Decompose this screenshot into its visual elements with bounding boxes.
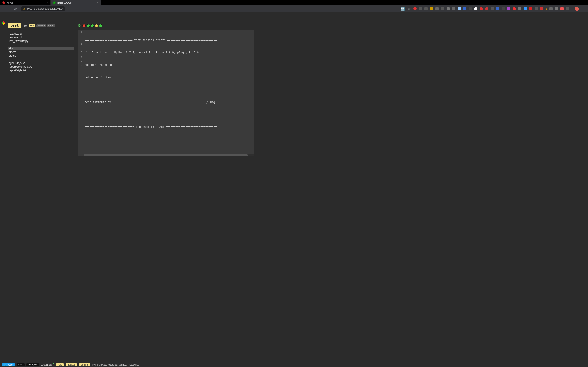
chrome-menu-icon[interactable]: ⋮ (581, 7, 585, 10)
close-icon[interactable]: × (47, 1, 48, 4)
code-line: ============================== 1 passed … (85, 125, 254, 129)
sponsor-accu[interactable]: accu (17, 363, 25, 366)
traffic-light-row: 5 (78, 23, 254, 28)
editor-gutter: 123456789 (78, 30, 84, 156)
traffic-light-green-icon[interactable] (86, 24, 90, 27)
file-item[interactable]: cyber-dojo.sh (8, 61, 74, 65)
file-list-source: fizzbuzz.py readme.txt test_fizzbuzz.py (8, 32, 74, 43)
file-new-button[interactable]: new (29, 24, 36, 27)
extension-icon[interactable] (513, 7, 516, 10)
extension-icon[interactable] (435, 7, 439, 10)
extension-icon[interactable] (535, 7, 538, 10)
extension-icon[interactable] (566, 7, 569, 10)
hotkeys-button[interactable]: hotkeys (66, 363, 77, 366)
extension-icon[interactable] (441, 7, 444, 10)
editor-hscrollbar[interactable] (84, 154, 254, 156)
file-list-output: stdout stderr status (8, 47, 74, 58)
star-icon[interactable]: ☆ (407, 7, 411, 11)
extension-icon[interactable] (485, 7, 488, 10)
code-line: collected 1 item (85, 75, 254, 80)
extension-icon[interactable] (540, 7, 544, 10)
extension-icon[interactable] (458, 7, 461, 10)
extension-icon[interactable] (518, 7, 521, 10)
tab-title: home (7, 1, 13, 4)
file-delete-button[interactable]: delete (47, 24, 56, 27)
browser-tabstrip: home × kata: LDwLqr × + (0, 0, 588, 5)
run-number: 5 (78, 23, 81, 28)
extension-badge[interactable]: 1 (546, 7, 547, 10)
extension-icon[interactable] (452, 7, 455, 10)
lock-icon: 🔒 (23, 8, 26, 10)
editor-pane[interactable]: 123456789 ============================= … (78, 30, 254, 156)
file-item[interactable]: test_fizzbuzz.py (8, 39, 74, 43)
file-list-reports: cyber-dojo.sh report/coverage.txt report… (8, 61, 74, 72)
browser-toolbar: ← → ⟳ 🔒 cyber-dojo.org/kata/edit/LDwLqr … (0, 5, 588, 12)
file-item[interactable]: report/style.txt (8, 69, 74, 72)
extension-icon[interactable] (474, 7, 477, 10)
extension-icon[interactable] (419, 7, 422, 10)
extension-icon[interactable] (524, 7, 527, 10)
file-pill-row: new rename delete (29, 24, 56, 27)
traffic-light-green-icon[interactable] (91, 24, 94, 27)
extension-icon[interactable] (447, 7, 450, 10)
extension-icon[interactable] (529, 7, 532, 10)
extension-icon[interactable] (507, 7, 510, 10)
file-item-stdout[interactable]: stdout (8, 47, 74, 50)
options-button[interactable]: options (79, 363, 90, 366)
extension-icon[interactable] (480, 7, 483, 10)
traffic-light-green-icon[interactable] (99, 24, 102, 27)
help-button[interactable]: help (56, 363, 64, 366)
file-label: file: (23, 24, 27, 27)
extension-icon[interactable] (463, 7, 466, 10)
code-line: rootdir: /sandbox (85, 63, 254, 67)
address-bar[interactable]: 🔒 cyber-dojo.org/kata/edit/LDwLqr (21, 6, 65, 11)
new-tab-button[interactable]: + (101, 0, 107, 5)
cucumber-dot-icon (52, 363, 54, 365)
tweet-button[interactable]: 🐦 Tweet (2, 363, 15, 366)
test-button[interactable]: test (8, 23, 21, 28)
extension-icon[interactable] (561, 7, 564, 10)
editor-code[interactable]: ============================= test sessi… (84, 30, 254, 156)
extension-icon[interactable] (424, 7, 428, 10)
code-line (85, 113, 254, 117)
cyber-dojo-logo-icon[interactable] (2, 21, 5, 25)
traffic-light-amber-icon[interactable] (95, 24, 98, 27)
profile-avatar[interactable] (575, 7, 579, 11)
traffic-light-red-icon[interactable] (82, 24, 86, 27)
sponsor-praqma[interactable]: PRAQMA (26, 363, 39, 366)
file-item[interactable]: readme.txt (8, 35, 74, 39)
extension-icon[interactable] (502, 7, 505, 10)
scrollbar-thumb[interactable] (84, 154, 248, 156)
extension-icon[interactable] (468, 7, 472, 10)
back-button[interactable]: ← (1, 7, 6, 11)
code-line: test_fizzbuzz.py . [100%] (85, 100, 254, 104)
file-rename-button[interactable]: rename (36, 24, 46, 27)
browser-tab-home[interactable]: home × (0, 0, 51, 5)
extension-area: 🔤 ☆ 1 | ⋮ (401, 7, 587, 11)
reload-button[interactable]: ⟳ (13, 7, 17, 11)
sponsor-cucumber[interactable]: cucumber (41, 363, 54, 367)
code-line (85, 88, 254, 92)
forward-button[interactable]: → (7, 7, 11, 11)
file-item-stderr[interactable]: stderr (8, 50, 74, 54)
file-item-status[interactable]: status (8, 54, 74, 58)
translate-icon[interactable]: 🔤 (401, 7, 405, 11)
extension-icon[interactable] (414, 7, 417, 10)
file-item[interactable]: fizzbuzz.py (8, 32, 74, 35)
close-icon[interactable]: × (97, 1, 99, 4)
code-line: ============================= test sessi… (85, 38, 254, 42)
file-item[interactable]: report/coverage.txt (8, 65, 74, 69)
extension-icon[interactable] (491, 7, 494, 10)
footer-language: Python, pytest (92, 364, 107, 366)
favicon-icon (2, 1, 5, 4)
extension-icon[interactable] (555, 7, 558, 10)
tab-title: kata: LDwLqr (57, 1, 72, 4)
code-line (85, 137, 254, 142)
top-controls: test file: new rename delete (8, 23, 74, 28)
content-area: 5 123456789 ============================… (78, 23, 254, 156)
page-content: test file: new rename delete fizzbuzz.py… (0, 12, 588, 367)
browser-tab-kata[interactable]: kata: LDwLqr × (51, 0, 101, 5)
extension-icon[interactable] (549, 7, 553, 10)
extension-icon[interactable] (430, 7, 433, 10)
extension-icon[interactable] (496, 7, 499, 10)
